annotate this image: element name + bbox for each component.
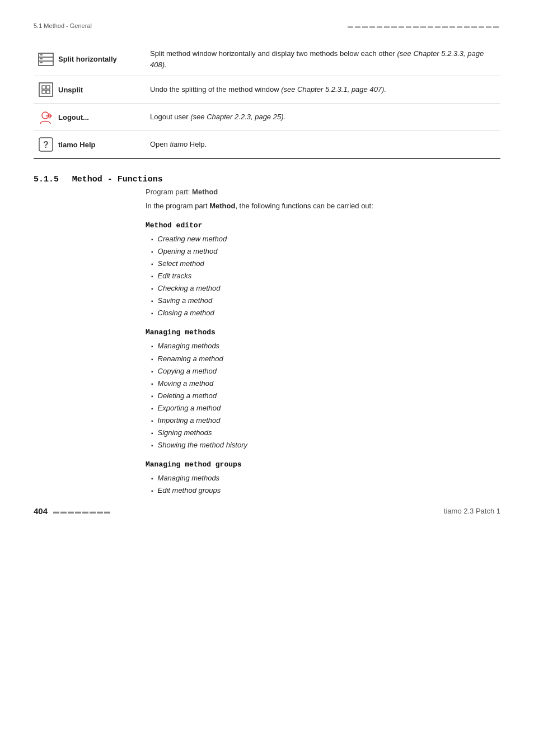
list-item: Importing a method	[151, 414, 500, 427]
svg-rect-7	[42, 86, 45, 89]
page-header: 5.1 Method - General ▬▬▬▬▬▬▬▬▬▬▬▬▬▬▬▬▬▬▬…	[34, 22, 500, 29]
footer-brand: tiamo 2.3 Patch 1	[444, 507, 500, 515]
intro-text: In the program part Method, the followin…	[146, 200, 500, 212]
method-editor-heading: Method editor	[146, 221, 500, 230]
table-row: ? tiamo Help Open tiamo Help.	[34, 131, 500, 159]
program-part: Program part: Method	[146, 188, 500, 196]
list-item: Edit tracks	[151, 270, 500, 282]
list-item: Moving a method	[151, 377, 500, 390]
help-icon: ?	[38, 137, 54, 152]
svg-rect-10	[46, 90, 50, 94]
page-number: 404	[34, 506, 48, 516]
list-item: Exporting a method	[151, 402, 500, 414]
list-item: Creating new method	[151, 233, 500, 245]
method-editor-list: Creating new method Opening a method Sel…	[146, 233, 500, 320]
logout-desc: Logout user (see Chapter 2.2.3, page 25)…	[150, 113, 285, 121]
managing-groups-heading: Managing method groups	[146, 460, 500, 469]
svg-point-11	[42, 112, 49, 119]
list-item: Signing methods	[151, 427, 500, 439]
unsplit-desc: Undo the splitting of the method window …	[150, 85, 386, 94]
icon-table: Split horizontally Split method window h…	[34, 43, 500, 159]
managing-methods-heading: Managing methods	[146, 328, 500, 337]
help-label: tiamo Help	[58, 141, 95, 149]
list-item: Deleting a method	[151, 390, 500, 402]
icon-cell-split: Split horizontally	[38, 52, 139, 67]
breadcrumb: 5.1 Method - General	[34, 22, 92, 29]
list-item: Checking a method	[151, 282, 500, 295]
list-item: Opening a method	[151, 245, 500, 258]
svg-rect-9	[42, 90, 45, 94]
svg-rect-6	[39, 83, 53, 96]
footer-dots: ▬▬▬▬▬▬▬▬	[53, 508, 111, 515]
managing-methods-list: Managing methods Renaming a method Copyi…	[146, 340, 500, 451]
header-dots: ▬▬▬▬▬▬▬▬▬▬▬▬▬▬▬▬▬▬▬▬▬	[348, 23, 500, 29]
managing-groups-list: Managing methods Edit method groups	[146, 472, 500, 497]
logout-icon	[38, 109, 54, 125]
logout-label: Logout...	[58, 113, 89, 122]
list-item: Select method	[151, 258, 500, 270]
icon-cell-help: ? tiamo Help	[38, 137, 139, 152]
list-item: Copying a method	[151, 365, 500, 377]
table-row: Unsplit Undo the splitting of the method…	[34, 76, 500, 104]
content-area: Program part: Method In the program part…	[34, 188, 500, 497]
list-item: Managing methods	[151, 472, 500, 484]
icon-cell-logout: Logout...	[38, 109, 139, 125]
svg-text:?: ?	[43, 140, 49, 150]
list-item: Edit method groups	[151, 484, 500, 497]
section-heading: 5.1.5 Method - Functions	[34, 175, 500, 184]
svg-rect-8	[46, 86, 50, 89]
page: 5.1 Method - General ▬▬▬▬▬▬▬▬▬▬▬▬▬▬▬▬▬▬▬…	[0, 0, 534, 533]
list-item: Saving a method	[151, 295, 500, 307]
list-item: Showing the method history	[151, 439, 500, 451]
unsplit-label: Unsplit	[58, 86, 83, 94]
list-item: Closing a method	[151, 307, 500, 319]
list-item: Managing methods	[151, 340, 500, 352]
page-footer: 404 ▬▬▬▬▬▬▬▬ tiamo 2.3 Patch 1	[34, 506, 500, 516]
split-horizontally-icon	[38, 52, 54, 67]
help-desc: Open tiamo Help.	[150, 140, 207, 148]
unsplit-icon	[38, 82, 54, 97]
table-row: Logout... Logout user (see Chapter 2.2.3…	[34, 104, 500, 131]
list-item: Renaming a method	[151, 353, 500, 365]
split-horizontally-label: Split horizontally	[58, 55, 117, 63]
split-horizontally-desc: Split method window horizontally and dis…	[150, 49, 484, 69]
icon-cell-unsplit: Unsplit	[38, 82, 139, 97]
table-row: Split horizontally Split method window h…	[34, 43, 500, 76]
